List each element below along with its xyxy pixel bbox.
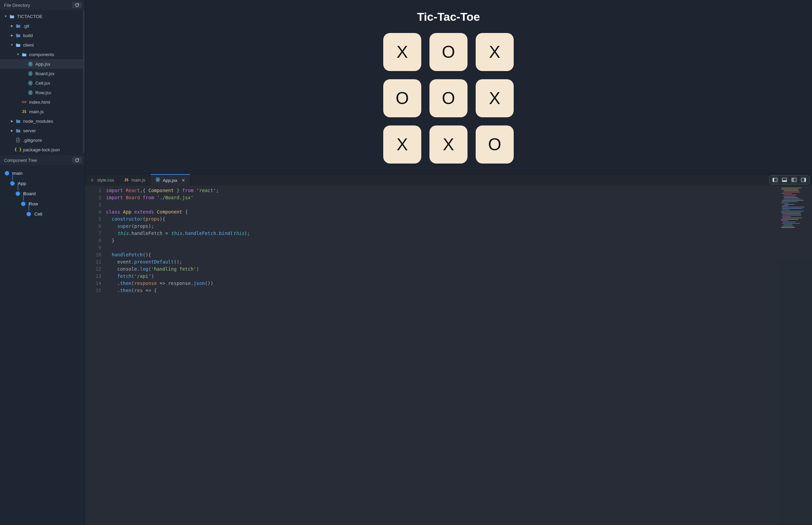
file-tree-item[interactable]: Row.jsx (0, 88, 84, 97)
editor-tab[interactable]: App.jsx✕ (151, 174, 190, 186)
sidebar-scrollbar[interactable] (83, 10, 84, 153)
chevron-down-icon: ▼ (16, 53, 20, 56)
code-line[interactable]: import Board from './Board.jsx' (106, 194, 250, 201)
file-tree-item[interactable]: { }package-lock.json (0, 145, 84, 154)
component-node-icon (16, 192, 20, 196)
line-gutter: 123456789101112131415 (85, 186, 106, 525)
file-tree-item[interactable]: ▶server (0, 126, 84, 135)
layout-split-button[interactable] (790, 177, 798, 183)
component-tree-item[interactable]: Cell (5, 209, 84, 219)
file-tree-item[interactable]: ▼TICTACTOE (0, 12, 84, 21)
file-tree-item-label: server (23, 128, 36, 133)
board-cell[interactable]: O (430, 33, 468, 71)
file-tree-item[interactable]: JSmain.js (0, 107, 84, 116)
component-tree-item-label: Board (24, 191, 36, 196)
minimap-line (781, 220, 788, 221)
component-tree-item[interactable]: App (5, 178, 84, 189)
preview-title: Tic-Tac-Toe (417, 10, 480, 24)
minimap-line (784, 197, 798, 198)
refresh-icon (75, 3, 79, 7)
editor-tab[interactable]: JSmain.js (119, 174, 151, 186)
component-node-icon (5, 171, 9, 176)
line-number: 3 (85, 201, 101, 208)
board-cell[interactable]: X (430, 125, 468, 164)
board-cell[interactable]: X (383, 33, 421, 71)
board-cell[interactable]: X (475, 79, 514, 117)
component-tree-item[interactable]: Board (5, 189, 84, 198)
file-tree-item[interactable]: <>index.html (0, 97, 84, 107)
file-tree-item[interactable]: ▼client (0, 40, 84, 50)
minimap-line (783, 198, 800, 199)
minimap-line (782, 205, 788, 206)
file-tree-item[interactable]: ▶build (0, 31, 84, 40)
component-node-icon (27, 212, 31, 216)
css-icon: # (90, 178, 94, 183)
code-line[interactable]: constructor(props){ (106, 215, 250, 223)
app-preview: Tic-Tac-Toe XOXOOXXXO (85, 0, 812, 174)
board-cell[interactable]: X (383, 125, 421, 164)
line-number: 1 (85, 187, 101, 194)
code-line[interactable]: fetch('/api') (106, 273, 250, 280)
code-line[interactable]: class App extends Component { (106, 208, 250, 215)
folder-icon (15, 43, 21, 47)
refresh-file-tree-button[interactable] (72, 2, 82, 8)
file-tree-item-label: package-lock.json (23, 147, 60, 152)
folder-icon (9, 14, 15, 18)
file-tree-item-label: Cell.jsx (35, 80, 50, 86)
code-line[interactable]: this.handleFetch = this.handleFetch.bind… (106, 230, 250, 237)
code-line[interactable]: event.preventDefault(); (106, 258, 250, 266)
code-line[interactable] (106, 244, 250, 251)
code-lines[interactable]: import React,{ Component } from 'react';… (106, 186, 250, 525)
minimap-line (781, 212, 801, 213)
minimap-line (782, 216, 791, 217)
code-line[interactable]: handleFetch(){ (106, 251, 250, 258)
code-line[interactable]: .then(response => response.json()) (106, 280, 250, 287)
component-tree-header: Component Tree (0, 155, 84, 165)
file-tree-item[interactable]: App.jsx (0, 59, 84, 69)
component-tree-item[interactable]: main (5, 168, 84, 178)
svg-rect-25 (782, 180, 787, 182)
svg-rect-23 (773, 178, 774, 182)
file-tree-item[interactable]: ▶node_modules (0, 116, 84, 126)
minimap-line (782, 223, 800, 224)
board-cell[interactable]: O (430, 79, 468, 117)
component-tree-item-label: App (18, 181, 26, 186)
code-line[interactable] (106, 201, 250, 208)
layout-left-panel-button[interactable] (771, 177, 779, 183)
svg-rect-27 (792, 178, 794, 182)
editor-tab-bar: #style.cssJSmain.jsApp.jsx✕ (85, 174, 812, 186)
file-tree-item[interactable]: Cell.jsx (0, 78, 84, 88)
code-line[interactable]: super(props); (106, 223, 250, 230)
component-tree-item[interactable]: Row (5, 198, 84, 209)
minimap-line (782, 226, 794, 226)
js-icon: JS (124, 178, 129, 182)
tictactoe-board: XOXOOXXXO (383, 33, 514, 164)
code-area[interactable]: 123456789101112131415 import React,{ Com… (85, 186, 812, 525)
layout-right-panel-button[interactable] (799, 177, 808, 183)
layout-bottom-panel-button[interactable] (780, 177, 788, 183)
chevron-down-icon: ▼ (4, 15, 7, 18)
html-icon: <> (21, 100, 27, 104)
code-line[interactable]: .then(res => { (106, 287, 250, 294)
file-tree-item[interactable]: ▼components (0, 50, 84, 59)
file-tree-item[interactable]: ▶.git (0, 21, 84, 31)
close-icon[interactable]: ✕ (182, 178, 185, 183)
svg-point-11 (30, 82, 31, 84)
file-tree-item-label: main.js (29, 109, 44, 114)
code-line[interactable]: } (106, 237, 250, 244)
refresh-component-tree-button[interactable] (72, 157, 82, 163)
minimap[interactable] (778, 186, 812, 525)
file-tree-item-label: TICTACTOE (17, 14, 43, 19)
line-number: 11 (85, 258, 101, 266)
minimap-line (781, 189, 798, 190)
board-cell[interactable]: O (383, 79, 421, 117)
board-cell[interactable]: O (475, 125, 514, 164)
editor-tab[interactable]: #style.css (85, 174, 119, 186)
file-tree-item[interactable]: Board.jsx (0, 69, 84, 78)
file-directory-header: File Directory (0, 0, 84, 10)
code-line[interactable]: console.log('handling fetch') (106, 266, 250, 273)
file-tree-item[interactable]: .gitignore (0, 135, 84, 145)
refresh-icon (75, 158, 79, 162)
board-cell[interactable]: X (475, 33, 514, 71)
code-line[interactable]: import React,{ Component } from 'react'; (106, 187, 250, 194)
